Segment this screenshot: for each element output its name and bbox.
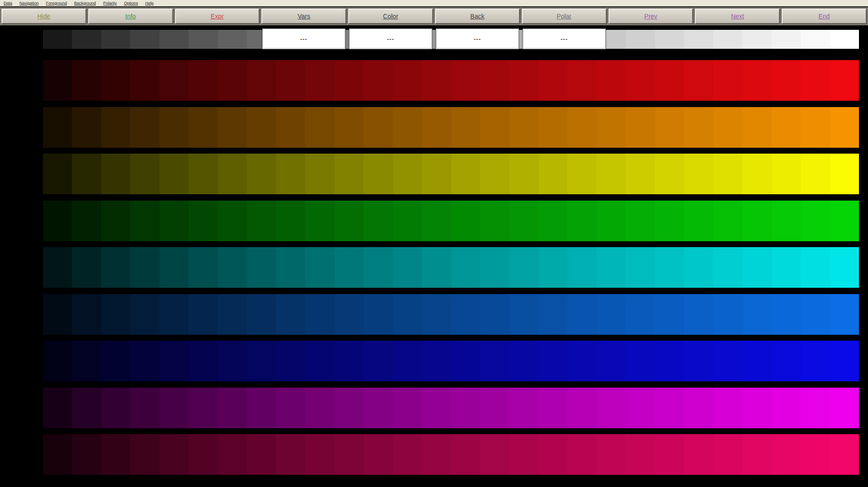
color-swatch[interactable] [160, 60, 189, 101]
prev-button[interactable]: Prev [609, 9, 693, 24]
color-swatch[interactable] [801, 30, 830, 49]
color-swatch[interactable] [276, 294, 305, 335]
color-swatch[interactable] [247, 60, 276, 101]
color-swatch[interactable] [218, 60, 247, 101]
color-swatch[interactable] [305, 107, 334, 148]
color-swatch[interactable] [422, 341, 451, 381]
color-swatch[interactable] [772, 388, 801, 428]
color-swatch[interactable] [742, 388, 771, 428]
color-swatch[interactable] [305, 294, 334, 335]
color-swatch[interactable] [72, 30, 101, 49]
color-swatch[interactable] [801, 388, 830, 428]
color-swatch[interactable] [567, 154, 596, 194]
vars-button[interactable]: Vars [261, 9, 346, 24]
color-swatch[interactable] [101, 247, 130, 288]
color-swatch[interactable] [72, 201, 101, 241]
color-swatch[interactable] [655, 294, 684, 335]
color-swatch[interactable] [509, 294, 538, 335]
color-swatch[interactable] [655, 434, 684, 475]
color-swatch[interactable] [43, 247, 72, 288]
color-swatch[interactable] [830, 434, 859, 475]
color-swatch[interactable] [713, 341, 742, 381]
color-swatch[interactable] [43, 388, 72, 428]
menu-item-data[interactable]: Data [4, 0, 12, 6]
color-swatch[interactable] [43, 341, 72, 381]
color-swatch[interactable] [772, 201, 801, 241]
color-swatch[interactable] [335, 294, 363, 335]
color-swatch[interactable] [451, 294, 480, 335]
color-swatch[interactable] [684, 107, 713, 148]
color-swatch[interactable] [830, 30, 859, 49]
color-swatch[interactable] [189, 107, 217, 148]
color-swatch[interactable] [363, 154, 392, 194]
color-swatch[interactable] [684, 154, 713, 194]
color-swatch[interactable] [218, 201, 247, 241]
color-swatch[interactable] [189, 247, 217, 288]
color-swatch[interactable] [772, 60, 801, 101]
color-swatch[interactable] [567, 107, 596, 148]
color-swatch[interactable] [305, 154, 334, 194]
color-swatch[interactable] [130, 388, 159, 428]
color-swatch[interactable] [305, 434, 334, 475]
color-swatch[interactable] [626, 107, 655, 148]
color-swatch[interactable] [160, 30, 189, 49]
color-swatch[interactable] [538, 60, 567, 101]
color-swatch[interactable] [626, 294, 655, 335]
color-swatch[interactable] [43, 107, 72, 148]
color-swatch[interactable] [218, 30, 247, 49]
color-swatch[interactable] [567, 388, 596, 428]
color-swatch[interactable] [247, 341, 276, 381]
color-swatch[interactable] [742, 154, 771, 194]
color-swatch[interactable] [130, 294, 159, 335]
menu-item-foreground[interactable]: Foreground [46, 0, 67, 6]
color-swatch[interactable] [72, 434, 101, 475]
value-box-4[interactable]: --- [523, 28, 606, 49]
color-swatch[interactable] [597, 107, 626, 148]
color-swatch[interactable] [101, 154, 130, 194]
color-swatch[interactable] [801, 294, 830, 335]
color-swatch[interactable] [276, 154, 305, 194]
color-swatch[interactable] [538, 388, 567, 428]
color-swatch[interactable] [567, 341, 596, 381]
color-swatch[interactable] [801, 247, 830, 288]
color-swatch[interactable] [363, 341, 392, 381]
color-swatch[interactable] [305, 341, 334, 381]
color-swatch[interactable] [772, 341, 801, 381]
color-swatch[interactable] [480, 247, 509, 288]
color-swatch[interactable] [422, 154, 451, 194]
color-swatch[interactable] [655, 60, 684, 101]
color-swatch[interactable] [480, 107, 509, 148]
color-swatch[interactable] [742, 30, 771, 49]
color-swatch[interactable] [742, 107, 771, 148]
color-swatch[interactable] [538, 294, 567, 335]
color-swatch[interactable] [772, 154, 801, 194]
color-swatch[interactable] [393, 434, 422, 475]
color-swatch[interactable] [655, 107, 684, 148]
menu-item-polarity[interactable]: Polarity [103, 0, 117, 6]
color-swatch[interactable] [130, 341, 159, 381]
color-swatch[interactable] [655, 388, 684, 428]
color-swatch[interactable] [742, 434, 771, 475]
color-swatch[interactable] [713, 247, 742, 288]
color-swatch[interactable] [713, 107, 742, 148]
color-swatch[interactable] [247, 154, 276, 194]
color-swatch[interactable] [626, 247, 655, 288]
color-swatch[interactable] [130, 30, 159, 49]
color-swatch[interactable] [276, 341, 305, 381]
color-swatch[interactable] [189, 154, 217, 194]
color-swatch[interactable] [480, 154, 509, 194]
color-swatch[interactable] [567, 294, 596, 335]
color-swatch[interactable] [480, 434, 509, 475]
color-swatch[interactable] [422, 107, 451, 148]
color-swatch[interactable] [772, 434, 801, 475]
color-swatch[interactable] [801, 201, 830, 241]
color-swatch[interactable] [597, 154, 626, 194]
color-swatch[interactable] [422, 247, 451, 288]
color-swatch[interactable] [451, 388, 480, 428]
color-swatch[interactable] [567, 247, 596, 288]
color-swatch[interactable] [218, 247, 247, 288]
color-swatch[interactable] [189, 294, 217, 335]
color-swatch[interactable] [830, 201, 859, 241]
color-swatch[interactable] [422, 434, 451, 475]
color-swatch[interactable] [538, 154, 567, 194]
